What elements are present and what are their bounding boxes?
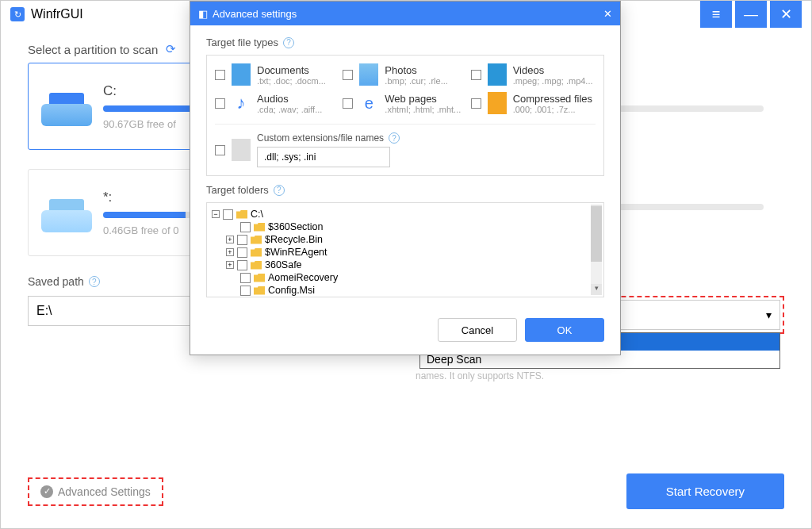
scan-hint: names. It only supports NTFS. [416, 370, 784, 381]
folder-tree[interactable]: −C:\ $360Section +$Recycle.Bin +$WinREAg… [206, 202, 604, 297]
help-icon[interactable]: ? [89, 276, 100, 287]
video-icon [488, 63, 507, 86]
expander-icon[interactable]: − [212, 210, 220, 218]
start-recovery-button[interactable]: Start Recovery [626, 473, 784, 509]
folder-icon [236, 210, 247, 219]
app-title: WinfrGUI [31, 7, 83, 21]
document-icon [232, 63, 251, 86]
folder-icon [251, 248, 262, 257]
chevron-down-icon: ▾ [766, 309, 772, 321]
expander-icon[interactable]: + [226, 236, 234, 243]
scrollbar[interactable]: ▴▾ [591, 205, 602, 295]
checkbox[interactable] [343, 98, 353, 109]
app-icon: ↻ [10, 7, 25, 21]
checkbox[interactable] [471, 98, 481, 109]
minimize-button[interactable]: — [735, 1, 767, 28]
target-folders-label: Target folders [206, 184, 269, 196]
dialog-icon: ◧ [198, 8, 208, 20]
type-documents[interactable]: Documents.txt; .doc; .docm... [215, 63, 339, 86]
help-icon[interactable]: ? [283, 37, 294, 48]
audio-icon: ♪ [232, 92, 251, 114]
drive-icon [41, 193, 92, 232]
custom-extensions-input[interactable] [257, 147, 390, 167]
folder-icon [254, 274, 265, 282]
folder-icon [251, 236, 262, 244]
checkbox[interactable] [215, 70, 225, 80]
help-icon[interactable]: ? [389, 132, 400, 144]
dialog-close-icon[interactable]: ✕ [603, 8, 612, 20]
ok-button[interactable]: OK [525, 318, 604, 342]
expander-icon[interactable]: + [226, 248, 234, 256]
target-types-label: Target file types [206, 36, 278, 48]
checkbox[interactable] [215, 98, 225, 109]
checkbox[interactable] [471, 70, 481, 80]
custom-icon [232, 139, 251, 161]
saved-path-label: Saved path [28, 275, 84, 288]
refresh-icon[interactable]: ⟳ [166, 42, 176, 56]
type-videos[interactable]: Videos.mpeg; .mpg; .mp4... [471, 63, 596, 86]
type-webpages[interactable]: eWeb pages.xhtml; .html; .mht... [343, 92, 467, 114]
type-compressed[interactable]: Compressed files.000; .001; .7z... [471, 92, 596, 114]
check-icon: ✓ [40, 485, 53, 498]
close-button[interactable]: ✕ [770, 1, 802, 28]
archive-icon [488, 92, 507, 114]
select-partition-label: Select a partition to scan [28, 43, 158, 56]
advanced-settings-button[interactable]: ✓ Advanced Settings [28, 477, 163, 506]
checkbox-custom[interactable] [215, 145, 225, 155]
folder-icon [251, 261, 262, 270]
dialog-title: Advanced settings [213, 8, 297, 20]
drive-icon [41, 86, 92, 126]
checkbox[interactable] [343, 70, 353, 80]
cancel-button[interactable]: Cancel [438, 318, 517, 342]
type-audios[interactable]: ♪Audios.cda; .wav; .aiff... [215, 92, 339, 114]
expander-icon[interactable]: + [226, 261, 234, 269]
web-icon: e [359, 92, 378, 114]
folder-icon [254, 286, 265, 295]
folder-icon [254, 223, 265, 232]
photo-icon [359, 63, 378, 86]
advanced-settings-dialog: ◧Advanced settings ✕ Target file types ?… [190, 1, 621, 355]
menu-button[interactable]: ≡ [700, 1, 732, 28]
help-icon[interactable]: ? [274, 185, 285, 196]
type-photos[interactable]: Photos.bmp; .cur; .rle... [343, 63, 467, 86]
